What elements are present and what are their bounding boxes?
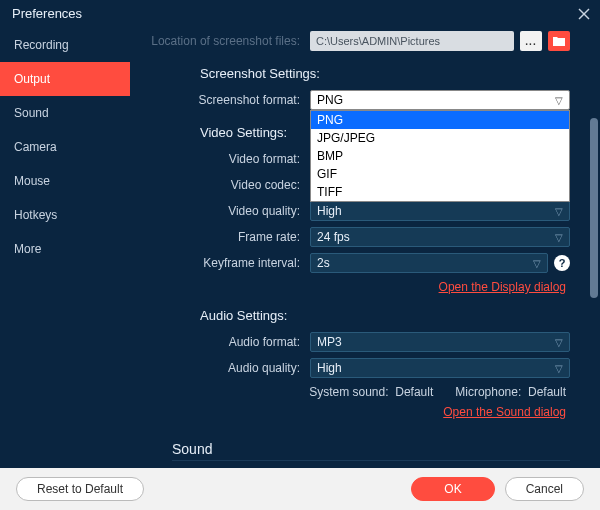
cancel-button[interactable]: Cancel	[505, 477, 584, 501]
screenshot-format-option[interactable]: JPG/JPEG	[311, 129, 569, 147]
audio-settings-heading: Audio Settings:	[200, 308, 570, 323]
ok-button[interactable]: OK	[411, 477, 494, 501]
sidebar-item-output[interactable]: Output	[0, 62, 130, 96]
screenshot-format-dropdown[interactable]: PNGJPG/JPEGBMPGIFTIFF	[310, 110, 570, 202]
window-title: Preferences	[12, 6, 82, 21]
frame-rate-label: Frame rate:	[140, 230, 310, 244]
screenshot-format-option[interactable]: TIFF	[311, 183, 569, 201]
keyframe-label: Keyframe interval:	[140, 256, 310, 270]
sidebar: Recording Output Sound Camera Mouse Hotk…	[0, 28, 130, 468]
video-format-label: Video format:	[140, 152, 310, 166]
browse-button[interactable]: ...	[520, 31, 542, 51]
screenshot-format-option[interactable]: GIF	[311, 165, 569, 183]
content-pane: Location of screenshot files: C:\Users\A…	[130, 28, 600, 468]
frame-rate-value: 24 fps	[317, 230, 350, 244]
sidebar-item-recording[interactable]: Recording	[0, 28, 130, 62]
audio-quality-label: Audio quality:	[140, 361, 310, 375]
sidebar-item-sound[interactable]: Sound	[0, 96, 130, 130]
close-icon	[577, 7, 591, 21]
vertical-scrollbar[interactable]	[590, 118, 598, 298]
screenshot-format-value: PNG	[317, 93, 343, 107]
system-sound-status-label: System sound:	[309, 385, 388, 399]
reset-to-default-button[interactable]: Reset to Default	[16, 477, 144, 501]
screenshot-settings-heading: Screenshot Settings:	[200, 66, 570, 81]
chevron-down-icon: ▽	[555, 206, 563, 217]
close-button[interactable]	[574, 4, 594, 24]
screenshot-format-option[interactable]: PNG	[311, 111, 569, 129]
video-quality-value: High	[317, 204, 342, 218]
audio-quality-select[interactable]: High ▽	[310, 358, 570, 378]
microphone-status-value: Default	[528, 385, 566, 399]
system-sound-status-value: Default	[395, 385, 433, 399]
chevron-down-icon: ▽	[533, 258, 541, 269]
footer: Reset to Default OK Cancel	[0, 468, 600, 510]
sidebar-item-more[interactable]: More	[0, 232, 130, 266]
title-bar: Preferences	[0, 0, 600, 28]
sidebar-item-hotkeys[interactable]: Hotkeys	[0, 198, 130, 232]
keyframe-value: 2s	[317, 256, 330, 270]
chevron-down-icon: ▽	[555, 95, 563, 106]
audio-format-label: Audio format:	[140, 335, 310, 349]
sidebar-item-mouse[interactable]: Mouse	[0, 164, 130, 198]
video-quality-label: Video quality:	[140, 204, 310, 218]
sound-section-heading: Sound	[172, 441, 570, 461]
open-display-dialog-link[interactable]: Open the Display dialog	[439, 280, 566, 294]
microphone-status-label: Microphone:	[455, 385, 521, 399]
video-quality-select[interactable]: High ▽	[310, 201, 570, 221]
location-label: Location of screenshot files:	[140, 34, 310, 48]
folder-icon	[553, 36, 565, 46]
screenshot-format-label: Screenshot format:	[140, 93, 310, 107]
help-button[interactable]: ?	[554, 255, 570, 271]
screenshot-format-option[interactable]: BMP	[311, 147, 569, 165]
open-sound-dialog-link[interactable]: Open the Sound dialog	[443, 405, 566, 419]
location-path: C:\Users\ADMIN\Pictures	[310, 31, 514, 51]
audio-format-select[interactable]: MP3 ▽	[310, 332, 570, 352]
audio-quality-value: High	[317, 361, 342, 375]
sidebar-item-camera[interactable]: Camera	[0, 130, 130, 164]
audio-format-value: MP3	[317, 335, 342, 349]
chevron-down-icon: ▽	[555, 363, 563, 374]
open-folder-button[interactable]	[548, 31, 570, 51]
video-codec-label: Video codec:	[140, 178, 310, 192]
screenshot-format-select[interactable]: PNG ▽	[310, 90, 570, 110]
keyframe-select[interactable]: 2s ▽	[310, 253, 548, 273]
chevron-down-icon: ▽	[555, 337, 563, 348]
chevron-down-icon: ▽	[555, 232, 563, 243]
frame-rate-select[interactable]: 24 fps ▽	[310, 227, 570, 247]
